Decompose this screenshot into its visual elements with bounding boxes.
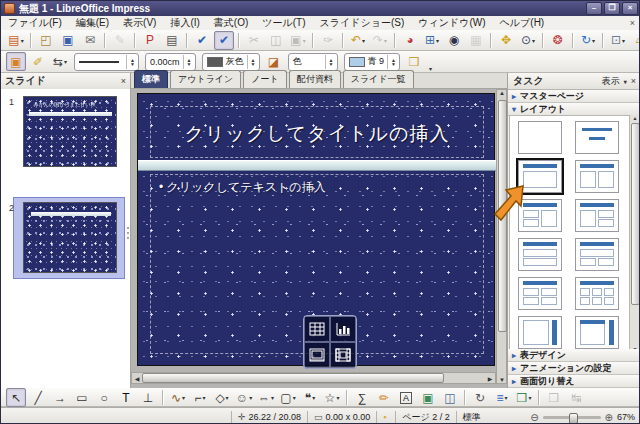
menu-item-2[interactable]: 表示(V): [116, 16, 163, 30]
scroll-left-icon[interactable]: ◀: [132, 375, 142, 382]
layout-scrollbar[interactable]: ▲ ▼: [629, 115, 640, 352]
document-close-icon[interactable]: ×: [624, 18, 640, 28]
auto-spellcheck-icon[interactable]: ✔: [214, 31, 234, 50]
tab-標準[interactable]: 標準: [134, 70, 168, 88]
connector-icon[interactable]: ⌐▾: [190, 388, 210, 407]
layout-thumb-title-content[interactable]: [518, 160, 562, 193]
layout-thumb-title-2rows[interactable]: [518, 238, 562, 271]
ellipse-icon[interactable]: ○: [94, 388, 114, 407]
open-icon[interactable]: ◰: [36, 31, 56, 50]
slide-design-icon[interactable]: ⊡▾: [608, 31, 628, 50]
rotate-icon[interactable]: ↻: [470, 388, 490, 407]
line-icon[interactable]: ╱: [28, 388, 48, 407]
edit-points-icon[interactable]: ▣: [6, 52, 26, 71]
curve-icon[interactable]: ∿▾: [168, 388, 188, 407]
fontwork-icon[interactable]: A: [396, 388, 416, 407]
gallery-icon[interactable]: ❂: [548, 31, 568, 50]
new-document-icon[interactable]: ▤▾: [6, 31, 26, 50]
arrange-icon[interactable]: ❒▾: [514, 388, 534, 407]
print-icon[interactable]: ▤: [162, 31, 182, 50]
points-icon[interactable]: ✏: [374, 388, 394, 407]
layout-thumb-title-6grid[interactable]: [575, 277, 619, 310]
tasks-view-menu[interactable]: 表示: [602, 75, 620, 88]
slide-2-thumbnail[interactable]: [23, 202, 117, 273]
title-bar[interactable]: 無題 1 - LibreOffice Impress – ❐ ×: [1, 1, 640, 16]
layout-thumb-title-sub[interactable]: [575, 121, 619, 154]
layout-thumb-title-row-2col[interactable]: [575, 238, 619, 271]
slides-panel-close-icon[interactable]: ×: [121, 76, 126, 86]
area-style-icon[interactable]: ◪: [264, 52, 284, 71]
line-width-spinner[interactable]: ▲▼: [183, 55, 195, 69]
flowchart-icon[interactable]: ▢▾: [278, 388, 298, 407]
horizontal-scrollbar[interactable]: ◀ ▶: [131, 372, 496, 384]
zoom-slider-knob[interactable]: [569, 413, 578, 424]
basic-shapes-icon[interactable]: ◇▾: [212, 388, 232, 407]
zoom-icon[interactable]: ⊙▾: [518, 31, 538, 50]
layout-thumb-title-2left-1right[interactable]: [518, 199, 562, 232]
insert-table-icon[interactable]: [304, 316, 330, 342]
navigator-icon[interactable]: ✥: [496, 31, 516, 50]
tasks-panel-close-icon[interactable]: ×: [631, 76, 636, 86]
dropdown-arrow-icon[interactable]: ▾: [182, 394, 185, 401]
symbol-shapes-icon[interactable]: ☺▾: [234, 388, 254, 407]
layout-thumb-blank[interactable]: [518, 121, 562, 154]
dropdown-arrow-icon[interactable]: ▾: [505, 394, 508, 401]
zoom-slider[interactable]: [543, 416, 601, 419]
freeform-icon[interactable]: ∑: [352, 388, 372, 407]
line-width-input[interactable]: 0.00cm ▲▼: [145, 53, 196, 71]
menu-item-6[interactable]: スライドショー(S): [313, 16, 412, 30]
notes-icon[interactable]: ▱: [630, 31, 640, 50]
dropdown-arrow-icon[interactable]: ▾: [271, 394, 274, 401]
tab-ノート[interactable]: ノート: [243, 70, 286, 88]
fill-color-spinner[interactable]: ▲▼: [387, 55, 399, 69]
dropdown-arrow-icon[interactable]: ▾: [528, 394, 531, 401]
fill-type-spinner[interactable]: ▲▼: [325, 55, 337, 69]
scroll-up-icon[interactable]: ▲: [497, 90, 507, 96]
rectangle-icon[interactable]: ▭: [72, 388, 92, 407]
dropdown-arrow-icon[interactable]: ▾: [336, 394, 339, 401]
tab-配付資料[interactable]: 配付資料: [289, 70, 341, 88]
email-icon[interactable]: ✉: [80, 31, 100, 50]
save-icon[interactable]: ▣: [58, 31, 78, 50]
spellcheck-icon[interactable]: ✔: [192, 31, 212, 50]
chart-icon[interactable]: ◕: [400, 31, 420, 50]
dropdown-arrow-icon[interactable]: ▾: [532, 37, 535, 44]
text-placeholder[interactable]: • クリックしてテキストの挿入: [150, 174, 484, 354]
glue-points-icon[interactable]: ✐: [28, 52, 48, 71]
minimize-button[interactable]: –: [586, 2, 602, 15]
tab-アウトライン[interactable]: アウトライン: [170, 70, 241, 88]
vertical-scrollbar[interactable]: ▲ ▼: [496, 89, 507, 384]
line-style-select[interactable]: ▲▼: [74, 53, 139, 71]
dropdown-arrow-icon[interactable]: ▾: [303, 37, 306, 44]
slide-edit-area[interactable]: クリックしてタイトルの挿入 • クリックしてテキストの挿入: [137, 93, 495, 366]
insert-picture-icon[interactable]: ▣: [418, 388, 438, 407]
gallery2-icon[interactable]: ◫: [440, 388, 460, 407]
layout-scroll-up-icon[interactable]: ▲: [630, 115, 640, 121]
layout-thumb-title-4grid[interactable]: [518, 277, 562, 310]
vertical-text-icon[interactable]: ⊥: [138, 388, 158, 407]
block-arrows-icon[interactable]: ⇔▾: [256, 388, 276, 407]
dropdown-arrow-icon[interactable]: ▾: [226, 394, 229, 401]
insert-movie-icon[interactable]: [330, 342, 356, 368]
arrow-style-icon[interactable]: ⇆▾: [50, 52, 70, 71]
layout-thumb-title-2col[interactable]: [575, 160, 619, 193]
title-placeholder[interactable]: クリックしてタイトルの挿入: [150, 106, 484, 158]
line-style-spinner[interactable]: ▲▼: [126, 55, 138, 69]
dropdown-arrow-icon[interactable]: ▾: [203, 394, 206, 401]
dropdown-arrow-icon[interactable]: ▾: [64, 58, 67, 65]
fill-type-select[interactable]: 色 ▲▼: [288, 53, 338, 71]
section-表デザイン[interactable]: ▸表デザイン: [508, 349, 640, 362]
slide-1-thumbnail[interactable]: みかんの国からまた甘い秋 ・・・・・・・・: [23, 96, 117, 167]
callouts-icon[interactable]: ❝▾: [300, 388, 320, 407]
menu-item-0[interactable]: ファイル(F): [1, 16, 69, 30]
section-マスターページ[interactable]: ▸マスターページ: [508, 90, 640, 103]
section-アニメーションの設定[interactable]: ▸アニメーションの設定: [508, 362, 640, 375]
hyperlink-icon[interactable]: ◉: [444, 31, 464, 50]
dropdown-arrow-icon[interactable]: ▾: [622, 37, 625, 44]
dropdown-arrow-icon[interactable]: ▾: [592, 37, 595, 44]
display-mode-icon[interactable]: ↻▾: [578, 31, 598, 50]
fill-color-select[interactable]: 青 9 ▲▼: [344, 53, 401, 71]
shadow-icon[interactable]: ❒: [404, 52, 424, 71]
line-color-select[interactable]: 灰色 ▲▼: [202, 53, 260, 71]
dropdown-arrow-icon[interactable]: ▾: [312, 394, 315, 401]
